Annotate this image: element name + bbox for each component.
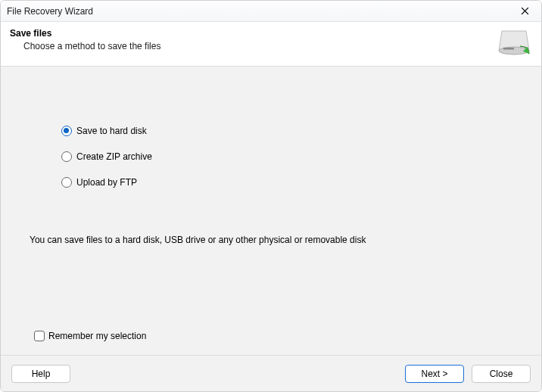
- wizard-content: Save to hard disk Create ZIP archive Upl…: [1, 67, 541, 355]
- radio-label: Upload by FTP: [76, 177, 137, 188]
- header-title: Save files: [10, 28, 490, 39]
- close-button[interactable]: Close: [472, 365, 531, 383]
- remember-selection[interactable]: Remember my selection: [34, 331, 146, 341]
- checkbox-icon: [34, 331, 45, 341]
- titlebar: File Recovery Wizard: [1, 1, 541, 22]
- radio-icon: [61, 126, 72, 136]
- radio-icon: [61, 151, 72, 162]
- checkbox-label: Remember my selection: [48, 331, 146, 341]
- svg-rect-1: [503, 48, 514, 50]
- option-create-zip[interactable]: Create ZIP archive: [61, 151, 512, 162]
- header-text: Save files Choose a method to save the f…: [10, 28, 490, 51]
- close-icon[interactable]: [514, 3, 535, 20]
- help-button[interactable]: Help: [11, 365, 70, 383]
- header-subtitle: Choose a method to save the files: [10, 41, 490, 51]
- wizard-footer: Help Next > Close: [1, 355, 541, 391]
- next-button[interactable]: Next >: [405, 365, 464, 383]
- wizard-header: Save files Choose a method to save the f…: [1, 22, 541, 67]
- option-description: You can save files to a hard disk, USB d…: [30, 235, 512, 245]
- window-title: File Recovery Wizard: [7, 6, 514, 17]
- radio-label: Create ZIP archive: [76, 151, 152, 162]
- option-save-hard-disk[interactable]: Save to hard disk: [61, 126, 512, 136]
- save-options: Save to hard disk Create ZIP archive Upl…: [61, 126, 512, 203]
- hard-disk-icon: [496, 28, 532, 58]
- radio-label: Save to hard disk: [76, 126, 147, 136]
- radio-icon: [61, 177, 72, 188]
- option-upload-ftp[interactable]: Upload by FTP: [61, 177, 512, 188]
